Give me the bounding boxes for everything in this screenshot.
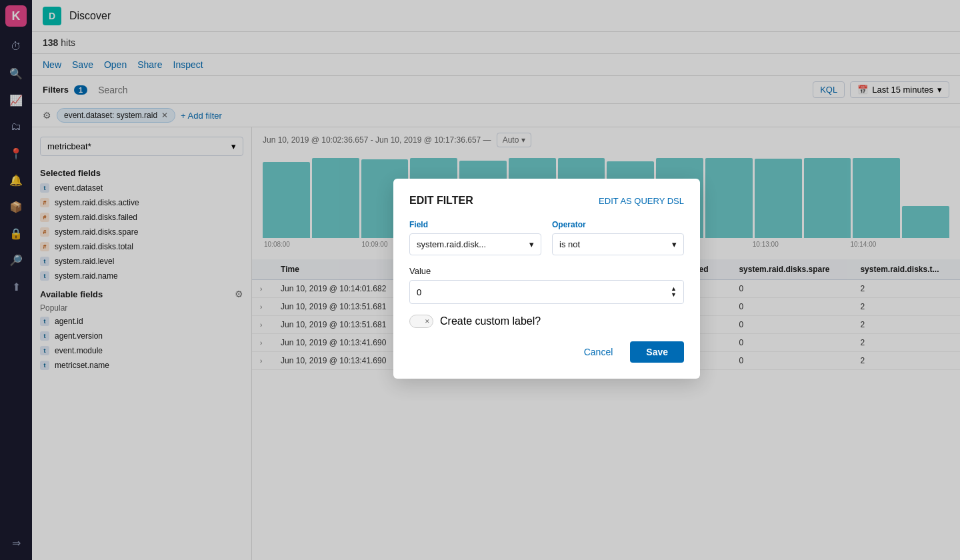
value-label: Value — [409, 266, 684, 276]
modal-header: EDIT FILTER EDIT AS QUERY DSL — [409, 195, 684, 207]
operator-select-value: is not — [559, 239, 580, 249]
modal-footer: Cancel Save — [409, 341, 684, 363]
value-decrement-icon[interactable]: ▼ — [671, 292, 677, 298]
value-input[interactable] — [417, 287, 671, 297]
edit-dsl-link[interactable]: EDIT AS QUERY DSL — [599, 196, 684, 206]
toggle-x-icon: ✕ — [425, 318, 430, 325]
value-group: Value ▲ ▼ — [409, 266, 684, 304]
operator-chevron-icon: ▾ — [672, 239, 677, 249]
custom-label-toggle[interactable]: ✕ — [409, 315, 433, 328]
value-input-wrapper: ▲ ▼ — [409, 280, 684, 304]
field-select[interactable]: system.raid.disk... ▾ — [409, 233, 541, 255]
custom-label-row: ✕ Create custom label? — [409, 315, 684, 328]
operator-select[interactable]: is not ▾ — [552, 233, 684, 255]
cancel-button[interactable]: Cancel — [573, 341, 624, 363]
field-select-value: system.raid.disk... — [417, 239, 486, 249]
field-label: Field — [409, 220, 541, 229]
custom-label-text: Create custom label? — [440, 315, 541, 327]
field-group: Field system.raid.disk... ▾ — [409, 220, 541, 255]
field-operator-row: Field system.raid.disk... ▾ Operator is … — [409, 220, 684, 255]
modal-title: EDIT FILTER — [409, 195, 473, 207]
save-button[interactable]: Save — [630, 341, 684, 363]
operator-label: Operator — [552, 220, 684, 229]
operator-group: Operator is not ▾ — [552, 220, 684, 255]
modal-overlay: EDIT FILTER EDIT AS QUERY DSL Field syst… — [0, 0, 960, 560]
edit-filter-modal: EDIT FILTER EDIT AS QUERY DSL Field syst… — [393, 179, 700, 379]
field-chevron-icon: ▾ — [529, 239, 534, 249]
